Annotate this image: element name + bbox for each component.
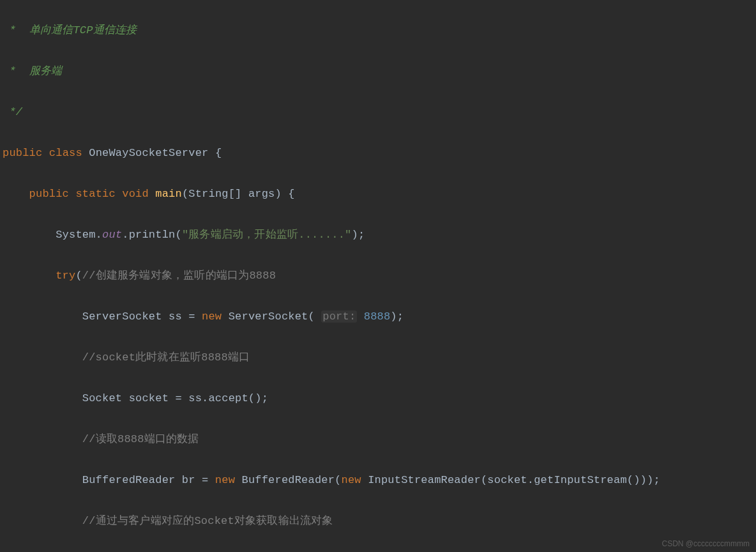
javadoc-end: */ xyxy=(3,106,22,118)
comment: //读取8888端口的数据 xyxy=(3,433,199,445)
class-declaration: public class OneWaySocketServer { xyxy=(3,143,756,164)
code-editor[interactable]: * 单向通信TCP通信连接 * 服务端 */ public class OneW… xyxy=(0,0,756,552)
socket-var: Socket socket = ss.accept(); xyxy=(3,388,756,409)
server-socket-var: ServerSocket ss = new ServerSocket( port… xyxy=(3,307,756,327)
comment: //socket此时就在监听8888端口 xyxy=(3,351,250,364)
buffered-reader-var: BufferedReader br = new BufferedReader(n… xyxy=(3,470,756,491)
comment: //通过与客户端对应的Socket对象获取输出流对象 xyxy=(3,515,333,527)
println-statement: System.out.println("服务端启动，开始监听......."); xyxy=(3,225,756,245)
parameter-hint: port: xyxy=(321,310,357,323)
javadoc-line: * 单向通信TCP通信连接 xyxy=(3,24,137,36)
main-method: public static void main(String[] args) { xyxy=(3,184,756,204)
watermark: CSDN @ccccccccmmmm xyxy=(662,539,750,548)
try-statement: try(//创建服务端对象，监听的端口为8888 xyxy=(3,266,756,286)
javadoc-line: * 服务端 xyxy=(3,65,62,77)
